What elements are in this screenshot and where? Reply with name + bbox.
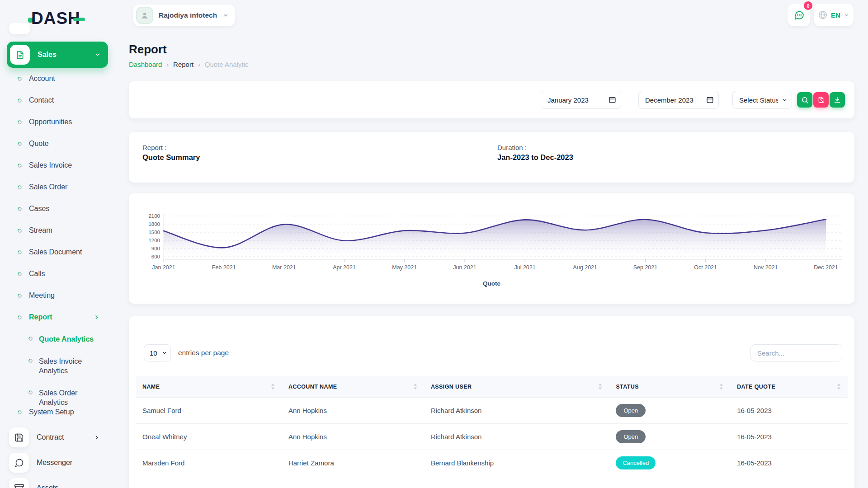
- company-selector[interactable]: Rajodiya infotech: [133, 5, 235, 26]
- sidebar-item-quote[interactable]: Quote: [7, 133, 108, 155]
- breadcrumb-item-report[interactable]: Report: [173, 61, 193, 68]
- sidebar-menu: AccountContactOpportunitiesQuoteSales In…: [7, 68, 108, 306]
- svg-text:1800: 1800: [148, 221, 160, 227]
- breadcrumb-item-dashboard[interactable]: Dashboard: [129, 61, 162, 68]
- sidebar-item-sales-document[interactable]: Sales Document: [7, 241, 108, 263]
- file-slash-icon: [817, 96, 825, 103]
- date-quote-cell: 16-05-2023: [730, 398, 848, 424]
- sidebar-scrolled-item-peek: [9, 23, 30, 34]
- sidebar-subitem-label: Sales Invoice Analytics: [39, 357, 99, 375]
- language-label: EN: [831, 11, 840, 19]
- sidebar-group-label: Sales: [38, 51, 57, 59]
- column-header-date-quote[interactable]: DATE QUOTE: [730, 376, 848, 398]
- column-header-name[interactable]: NAME: [136, 376, 282, 398]
- entries-per-page-select[interactable]: 10: [144, 344, 171, 361]
- sidebar-item-label: Opportunities: [29, 118, 72, 126]
- entries-select-wrap: 10: [144, 344, 171, 361]
- duration-label: Duration :: [497, 144, 527, 151]
- sidebar-subitem-sales-invoice-analytics[interactable]: Sales Invoice Analytics: [7, 350, 108, 382]
- column-header-assign-user[interactable]: ASSIGN USER: [424, 376, 609, 398]
- chevron-right-icon: [94, 434, 100, 441]
- page-title: Report: [129, 42, 167, 56]
- table-search-input[interactable]: [750, 344, 842, 361]
- download-button[interactable]: [830, 92, 845, 108]
- legend-quote-label: Quote: [483, 280, 500, 287]
- sidebar-group-label: Assets: [37, 484, 58, 488]
- sidebar-item-calls[interactable]: Calls: [7, 263, 108, 285]
- sidebar-item-report[interactable]: Report: [7, 306, 108, 328]
- breadcrumb-separator: ›: [166, 61, 169, 68]
- sort-icon: [271, 383, 275, 390]
- svg-text:Dec 2021: Dec 2021: [814, 264, 838, 271]
- sidebar-subitem-quote-analytics[interactable]: Quote Analytics: [7, 328, 108, 350]
- sidebar-group-assets[interactable]: Assets: [7, 476, 108, 488]
- svg-text:Apr 2021: Apr 2021: [333, 264, 356, 271]
- bullet-icon: [17, 293, 23, 299]
- bullet-icon: [17, 119, 23, 125]
- app-logo[interactable]: DASH: [28, 9, 85, 28]
- company-name: Rajodiya infotech: [159, 11, 217, 19]
- breadcrumb: Dashboard›Report›Quote Analytic: [129, 61, 249, 68]
- sidebar-group-sales[interactable]: Sales: [7, 42, 108, 68]
- svg-text:Mar 2021: Mar 2021: [272, 264, 296, 271]
- svg-text:1500: 1500: [148, 230, 160, 235]
- end-date-input[interactable]: [638, 91, 719, 109]
- bullet-icon: [17, 314, 23, 320]
- sales-file-icon: [10, 45, 30, 65]
- quote-area-chart: 6009001200150018002100Jan 2021Feb 2021Ma…: [140, 207, 845, 275]
- download-icon: [834, 96, 841, 103]
- sidebar-item-sales-order[interactable]: Sales Order: [7, 176, 108, 198]
- svg-text:Jul 2021: Jul 2021: [514, 264, 535, 271]
- date-quote-cell: 16-05-2023: [730, 424, 848, 450]
- start-date-field-wrap: [541, 91, 621, 109]
- account-name-cell: Harriet Zamora: [282, 450, 424, 476]
- sidebar-item-label: Sales Invoice: [29, 161, 72, 169]
- account-name-cell: Ann Hopkins: [282, 424, 424, 450]
- bullet-icon: [28, 336, 33, 342]
- svg-text:Sep 2021: Sep 2021: [633, 264, 658, 271]
- entries-per-page-label: entries per page: [178, 349, 229, 357]
- messages-count-badge: 0: [804, 1, 812, 10]
- sidebar-group-contract[interactable]: Contract: [7, 426, 108, 449]
- sidebar-item-sales-invoice[interactable]: Sales Invoice: [7, 155, 108, 176]
- report-label: Report :: [142, 144, 166, 151]
- sidebar-item-label: Cases: [29, 205, 49, 213]
- sidebar-item-label: Sales Document: [29, 248, 82, 256]
- date-quote-cell: 16-05-2023: [730, 450, 848, 476]
- search-icon: [801, 96, 809, 104]
- sidebar-item-label: Account: [29, 75, 55, 83]
- bullet-icon: [17, 228, 23, 234]
- sidebar-item-account[interactable]: Account: [7, 68, 108, 89]
- svg-text:Jan 2021: Jan 2021: [152, 264, 175, 271]
- start-date-input[interactable]: [541, 91, 621, 109]
- floppy-icon: [9, 427, 29, 447]
- column-header-label: NAME: [142, 384, 160, 390]
- sidebar-item-meeting[interactable]: Meeting: [7, 285, 108, 306]
- report-value: Quote Summary: [142, 153, 200, 162]
- status-cell: Open: [609, 424, 730, 450]
- sidebar-item-cases[interactable]: Cases: [7, 198, 108, 220]
- sidebar-item-system-setup[interactable]: System Setup: [7, 401, 108, 423]
- sidebar-item-stream[interactable]: Stream: [7, 220, 108, 241]
- bullet-icon: [17, 206, 23, 212]
- status-select[interactable]: Select Status: [732, 91, 792, 109]
- duration-value: Jan-2023 to Dec-2023: [497, 153, 573, 162]
- column-header-status[interactable]: STATUS: [609, 376, 730, 398]
- svg-text:Nov 2021: Nov 2021: [754, 264, 778, 271]
- sidebar-item-opportunities[interactable]: Opportunities: [7, 111, 108, 133]
- clear-filter-button[interactable]: [813, 92, 829, 108]
- chevron-right-icon: [94, 314, 100, 320]
- bullet-icon: [17, 141, 23, 147]
- column-header-account-name[interactable]: ACCOUNT NAME: [282, 376, 424, 398]
- quote-chart-card: 6009001200150018002100Jan 2021Feb 2021Ma…: [129, 193, 854, 304]
- column-header-label: DATE QUOTE: [737, 384, 775, 390]
- sidebar-group-messenger[interactable]: Messenger: [7, 451, 108, 474]
- sidebar-group-label: Contract: [37, 433, 64, 441]
- messages-button[interactable]: 0: [788, 4, 810, 26]
- svg-text:Aug 2021: Aug 2021: [573, 264, 598, 271]
- account-name-cell: Ann Hopkins: [282, 398, 424, 424]
- language-selector[interactable]: EN: [814, 4, 854, 26]
- status-badge: Open: [616, 404, 646, 417]
- sidebar-item-contact[interactable]: Contact: [7, 89, 108, 111]
- search-filter-button[interactable]: [797, 92, 812, 108]
